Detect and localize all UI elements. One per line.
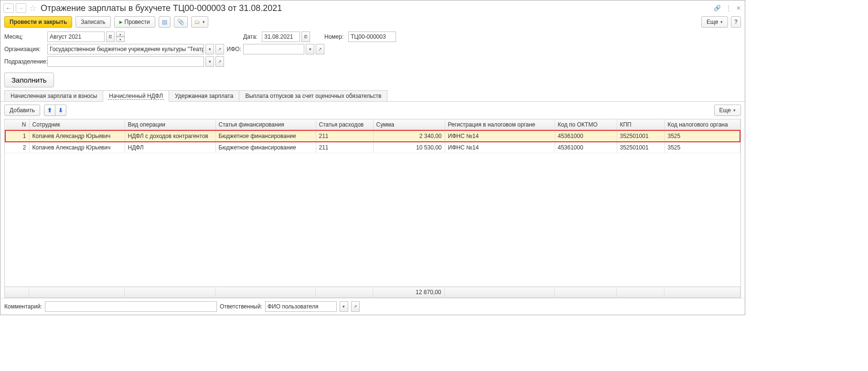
comment-label: Комментарий: (4, 303, 42, 310)
menu-dots-icon[interactable]: ⋮ (726, 5, 731, 11)
cell-n[interactable]: 2 (5, 142, 29, 153)
move-down-button[interactable]: ⬇ (55, 105, 66, 116)
month-input[interactable]: Август 2021 (47, 32, 105, 42)
report-button[interactable]: ▤ (159, 16, 171, 28)
th-employee[interactable]: Сотрудник (29, 119, 125, 130)
tab-accrued-salary[interactable]: Начисленная зарплата и взносы (4, 90, 103, 101)
post-button[interactable]: ▸Провести (114, 16, 155, 28)
folder-icon: 🗂 (194, 19, 200, 25)
table-row[interactable]: 2Копачев Александр ЮрьевичНДФЛБюджетное … (5, 142, 740, 153)
dept-label: Подразделение: (4, 58, 47, 65)
move-up-button[interactable]: ⬆ (44, 105, 55, 116)
basis-button[interactable]: 🗂▾ (191, 16, 208, 28)
table-more-button[interactable]: Еще ▾ (714, 105, 741, 116)
month-label: Месяц: (4, 33, 47, 40)
favorite-star-icon[interactable]: ☆ (29, 3, 37, 13)
date-label: Дата: (243, 33, 257, 40)
dept-open-button[interactable]: ↗ (215, 56, 224, 67)
total-sum: 12 870,00 (373, 287, 444, 298)
responsible-input[interactable]: ФИО пользователя (265, 301, 337, 312)
cell-reg[interactable]: ИФНС №14 (445, 142, 555, 153)
cell-emp[interactable]: Копачев Александр Юрьевич (29, 142, 125, 153)
cell-sum[interactable]: 2 340,00 (373, 130, 445, 142)
cell-okt[interactable]: 45361000 (555, 130, 617, 142)
cell-tax[interactable]: 3525 (664, 130, 740, 142)
save-button[interactable]: Записать (75, 16, 110, 28)
month-up-button[interactable]: ▴ (116, 32, 125, 37)
cell-op[interactable]: НДФЛ (125, 142, 215, 153)
help-button[interactable]: ? (731, 16, 741, 28)
tab-accrued-ndfl[interactable]: Начисленный НДФЛ (103, 90, 169, 102)
cell-fin[interactable]: Бюджетное финансирование (215, 130, 316, 142)
month-down-button[interactable]: ▾ (116, 37, 125, 42)
post-and-close-button[interactable]: Провести и закрыть (4, 16, 72, 28)
cell-emp[interactable]: Копачев Александр Юрьевич (29, 130, 125, 142)
link-icon[interactable]: 🔗 (714, 5, 721, 11)
fill-button[interactable]: Заполнить (4, 73, 54, 87)
window-title: Отражение зарплаты в бухучете ТЦ00-00000… (41, 3, 712, 13)
attach-button[interactable]: 📎 (174, 16, 188, 28)
table-row[interactable]: 1Копачев Александр ЮрьевичНДФЛ с доходов… (5, 130, 740, 142)
ifo-open-button[interactable]: ↗ (316, 44, 324, 54)
th-oktmo[interactable]: Код по ОКТМО (555, 119, 617, 130)
add-row-button[interactable]: Добавить (4, 105, 40, 116)
responsible-open-button[interactable]: ↗ (351, 301, 360, 312)
more-button[interactable]: Еще ▾ (701, 16, 728, 28)
post-icon: ▸ (119, 19, 122, 25)
date-calendar-button[interactable]: 🗓 (301, 32, 310, 42)
th-operation[interactable]: Вид операции (125, 119, 215, 130)
comment-input[interactable] (45, 301, 217, 312)
th-sum[interactable]: Сумма (373, 119, 445, 130)
cell-sum[interactable]: 10 530,00 (373, 142, 445, 153)
th-n[interactable]: N (5, 119, 29, 130)
cell-tax[interactable]: 3525 (664, 142, 740, 153)
responsible-label: Ответственный: (220, 303, 262, 310)
cell-okt[interactable]: 45361000 (555, 142, 617, 153)
org-open-button[interactable]: ↗ (215, 44, 224, 54)
org-dropdown-button[interactable]: ▾ (205, 44, 214, 54)
date-input[interactable]: 31.08.2021 (262, 32, 300, 42)
month-calendar-button[interactable]: 🗓 (106, 32, 115, 42)
org-select[interactable]: Государственное бюджетное учреждение кул… (47, 44, 204, 54)
cell-kpp[interactable]: 352501001 (617, 130, 664, 142)
dept-select[interactable] (47, 56, 204, 67)
number-label: Номер: (324, 33, 348, 40)
tab-vacation-payout[interactable]: Выплата отпусков за счет оценочных обяза… (239, 90, 387, 101)
ifo-dropdown-button[interactable]: ▾ (306, 44, 314, 54)
ifo-select[interactable] (243, 44, 304, 54)
cell-exp[interactable]: 211 (316, 130, 373, 142)
th-expense[interactable]: Статья расходов (316, 119, 373, 130)
cell-exp[interactable]: 211 (316, 142, 373, 153)
org-label: Организация: (4, 46, 47, 53)
dept-dropdown-button[interactable]: ▾ (205, 56, 214, 67)
cell-kpp[interactable]: 352501001 (617, 142, 664, 153)
paperclip-icon: 📎 (177, 19, 184, 25)
th-tax-code[interactable]: Код налогового органа (664, 119, 740, 130)
close-icon[interactable]: ✕ (736, 5, 741, 11)
th-kpp[interactable]: КПП (617, 119, 664, 130)
th-financing[interactable]: Статья финансирования (215, 119, 316, 130)
report-icon: ▤ (162, 19, 167, 25)
cell-fin[interactable]: Бюджетное финансирование (215, 142, 316, 153)
cell-reg[interactable]: ИФНС №14 (445, 130, 555, 142)
number-input[interactable]: ТЦ00-000003 (348, 32, 396, 42)
nav-back-button[interactable]: ← (3, 3, 14, 13)
th-registration[interactable]: Регистрация в налоговом органе (445, 119, 555, 130)
nav-forward-button[interactable]: → (16, 3, 26, 13)
tab-withheld-salary[interactable]: Удержанная зарплата (169, 90, 239, 101)
cell-n[interactable]: 1 (5, 130, 29, 142)
arrow-up-icon: ⬆ (47, 107, 52, 114)
arrow-down-icon: ⬇ (58, 107, 63, 114)
cell-op[interactable]: НДФЛ с доходов контрагентов (125, 130, 215, 142)
ifo-label: ИФО: (224, 46, 243, 53)
responsible-dropdown-button[interactable]: ▾ (340, 301, 348, 312)
ndfl-table[interactable]: N Сотрудник Вид операции Статья финансир… (5, 119, 740, 153)
